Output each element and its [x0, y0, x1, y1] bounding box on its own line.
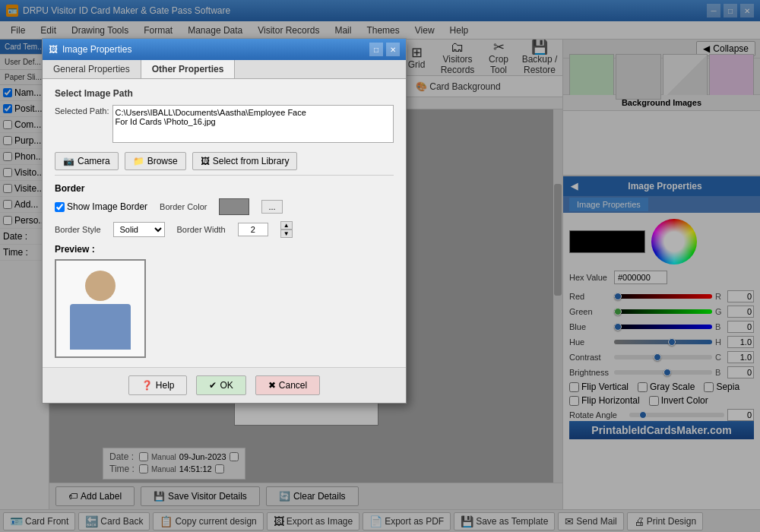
browse-label: Browse — [147, 156, 178, 166]
image-properties-modal: 🖼 Image Properties □ ✕ General Propertie… — [42, 38, 407, 404]
modal-close-button[interactable]: ✕ — [386, 43, 400, 56]
border-style-select[interactable]: Solid Dashed Dotted — [113, 222, 165, 237]
border-style-label: Border Style — [55, 225, 101, 234]
ok-label: OK — [220, 380, 233, 391]
ok-button[interactable]: ✔ OK — [196, 375, 245, 395]
path-textarea[interactable]: C:\Users\IBALL\Documents\Aastha\Employee… — [112, 105, 394, 143]
path-row: Selected Path: C:\Users\IBALL\Documents\… — [55, 105, 394, 143]
modal-window-controls: □ ✕ — [369, 43, 400, 56]
modal-title-text: Image Properties — [62, 44, 131, 55]
select-library-label: Select from Library — [213, 156, 290, 166]
modal-title: 🖼 Image Properties — [49, 44, 131, 55]
preview-label: Preview : — [55, 244, 394, 255]
preview-section: Preview : — [55, 244, 394, 358]
camera-icon: 📷 — [63, 156, 74, 166]
camera-label: Camera — [78, 156, 110, 166]
border-width-label: Border Width — [177, 225, 226, 234]
border-color-swatch[interactable] — [219, 198, 249, 215]
preview-area — [55, 259, 146, 358]
border-width-spinner: ▲ ▼ — [280, 221, 293, 238]
border-color-label: Border Color — [160, 202, 207, 211]
show-border-text: Show Image Border — [67, 201, 147, 212]
path-buttons-row: 📷 Camera 📁 Browse 🖼 Select from Library — [55, 152, 394, 170]
browse-button[interactable]: 📁 Browse — [125, 152, 186, 170]
modal-overlay: 🖼 Image Properties □ ✕ General Propertie… — [0, 0, 760, 532]
browse-icon: 📁 — [133, 156, 144, 166]
tab-general-properties[interactable]: General Properties — [43, 60, 141, 78]
cancel-icon: ✖ — [268, 380, 276, 391]
modal-tabs: General Properties Other Properties — [43, 60, 406, 79]
path-label: Selected Path: — [55, 105, 109, 116]
preview-head — [85, 271, 116, 301]
modal-title-bar[interactable]: 🖼 Image Properties □ ✕ — [43, 39, 406, 60]
ok-icon: ✔ — [209, 380, 217, 391]
help-icon: ❓ — [141, 380, 153, 391]
preview-body — [70, 304, 131, 350]
border-section-label: Border — [55, 183, 394, 194]
border-section: Border Show Image Border Border Color ..… — [55, 175, 394, 238]
select-library-button[interactable]: 🖼 Select from Library — [192, 152, 298, 170]
border-width-up[interactable]: ▲ — [280, 221, 293, 230]
path-section: Selected Path: C:\Users\IBALL\Documents\… — [55, 105, 394, 143]
modal-footer: ❓ Help ✔ OK ✖ Cancel — [43, 367, 406, 403]
tab-other-properties[interactable]: Other Properties — [141, 60, 236, 78]
select-image-path-title: Select Image Path — [55, 88, 394, 99]
modal-body: Select Image Path Selected Path: C:\User… — [43, 79, 406, 367]
library-icon: 🖼 — [201, 156, 210, 166]
modal-restore-button[interactable]: □ — [369, 43, 383, 56]
modal-title-icon: 🖼 — [49, 44, 58, 55]
border-bottom-row: Border Style Solid Dashed Dotted Border … — [55, 221, 394, 238]
show-border-label[interactable]: Show Image Border — [55, 201, 147, 212]
camera-button[interactable]: 📷 Camera — [55, 152, 119, 170]
help-label: Help — [156, 380, 175, 391]
border-more-button[interactable]: ... — [261, 200, 282, 214]
border-top-row: Show Image Border Border Color ... — [55, 198, 394, 215]
preview-person — [62, 263, 138, 354]
cancel-button[interactable]: ✖ Cancel — [255, 375, 320, 395]
show-border-checkbox[interactable] — [55, 202, 65, 212]
border-width-input[interactable] — [238, 223, 268, 236]
help-button[interactable]: ❓ Help — [128, 375, 188, 395]
cancel-label: Cancel — [279, 380, 307, 391]
border-width-down[interactable]: ▼ — [280, 230, 293, 238]
